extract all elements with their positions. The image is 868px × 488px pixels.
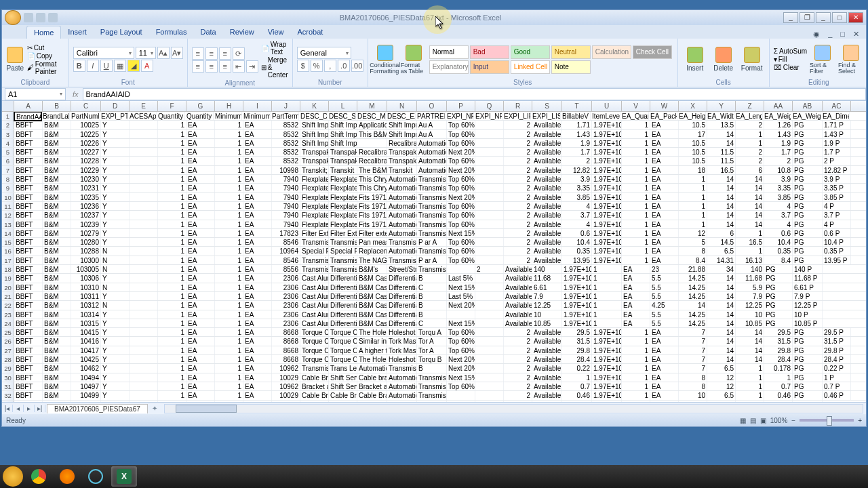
data-cell[interactable]: 14 xyxy=(736,211,764,219)
data-cell[interactable]: 1 xyxy=(215,157,243,165)
data-cell[interactable]: 29.8 xyxy=(764,346,793,354)
data-cell[interactable]: Special Re xyxy=(300,247,329,255)
data-cell[interactable]: 14 xyxy=(707,184,736,192)
data-cell[interactable]: Top 60% o xyxy=(447,328,475,336)
style-swatch-explanatory[interactable]: Explanatory xyxy=(429,60,469,74)
data-cell[interactable]: B&M xyxy=(43,301,71,309)
data-cell[interactable]: 1.97E+10 xyxy=(592,391,622,399)
data-cell[interactable]: 0.35 P xyxy=(823,247,851,255)
data-cell[interactable]: EA xyxy=(186,373,215,382)
data-cell[interactable]: 1 xyxy=(215,319,243,327)
data-cell[interactable]: BBFT xyxy=(14,265,43,273)
data-cell[interactable] xyxy=(475,319,504,327)
data-cell[interactable]: 13.95 xyxy=(562,256,592,264)
data-cell[interactable]: Y xyxy=(101,328,130,336)
data-cell[interactable]: EA xyxy=(243,148,272,156)
col-header-I[interactable]: I xyxy=(243,101,272,111)
align-bot-button[interactable]: ≡ xyxy=(219,47,231,60)
row-header[interactable]: 29 xyxy=(2,364,14,372)
data-cell[interactable]: N xyxy=(101,265,130,273)
data-cell[interactable]: BBFT xyxy=(14,337,43,345)
data-cell[interactable]: 14 xyxy=(707,130,736,138)
data-cell[interactable]: C xyxy=(417,319,447,327)
data-cell[interactable]: 1 xyxy=(622,157,650,165)
col-header-M[interactable]: M xyxy=(357,101,387,111)
row-header[interactable]: 18 xyxy=(2,265,14,273)
data-cell[interactable]: Available xyxy=(532,247,562,255)
header-cell[interactable]: BrandAAI xyxy=(14,112,42,121)
data-cell[interactable]: PG xyxy=(793,373,823,382)
data-cell[interactable]: 17823 xyxy=(272,229,300,237)
data-cell[interactable]: 10 P xyxy=(793,310,823,319)
data-cell[interactable] xyxy=(475,292,504,300)
data-cell[interactable] xyxy=(475,364,504,372)
data-cell[interactable] xyxy=(475,274,504,282)
data-cell[interactable]: 8546 xyxy=(272,238,300,246)
data-cell[interactable]: 16.5 xyxy=(736,238,764,246)
data-cell[interactable]: B&M xyxy=(43,211,71,219)
data-cell[interactable]: 1 xyxy=(215,391,243,399)
data-cell[interactable]: 140 P xyxy=(793,265,823,273)
data-cell[interactable]: EA xyxy=(243,229,272,237)
data-cell[interactable]: 3.85 xyxy=(764,193,793,201)
data-cell[interactable]: 1 xyxy=(679,211,707,219)
data-cell[interactable]: B&M xyxy=(43,364,71,372)
data-cell[interactable]: BBFT xyxy=(14,211,43,219)
help-icon[interactable]: ◉ xyxy=(810,30,823,39)
data-cell[interactable]: Transmiss xyxy=(300,238,329,246)
data-cell[interactable]: EA xyxy=(243,355,272,363)
style-swatch-neutral[interactable]: Neutral xyxy=(551,45,591,59)
data-cell[interactable]: Holeshot 2400 xyxy=(387,328,417,336)
data-cell[interactable] xyxy=(130,337,158,345)
data-cell[interactable]: PG xyxy=(793,139,823,147)
col-header-W[interactable]: W xyxy=(650,101,679,111)
data-cell[interactable]: A higher t xyxy=(357,346,387,354)
data-cell[interactable]: Replacem xyxy=(357,247,387,255)
data-cell[interactable]: Y xyxy=(101,130,130,138)
zoom-level[interactable]: 100% xyxy=(770,417,788,424)
align-mid-button[interactable]: ≡ xyxy=(205,47,218,60)
row-header[interactable]: 14 xyxy=(2,229,14,237)
data-cell[interactable]: 1 xyxy=(158,193,186,201)
doc-min-icon[interactable]: _ xyxy=(825,30,835,39)
data-cell[interactable]: 10229 xyxy=(71,166,101,174)
data-cell[interactable]: Differential Cover; F xyxy=(387,310,417,319)
data-cell[interactable]: PG xyxy=(793,202,823,210)
data-cell[interactable]: Automatic xyxy=(387,175,417,183)
data-cell[interactable]: Available xyxy=(532,220,562,228)
data-cell[interactable]: EA xyxy=(243,328,272,336)
select-all-corner[interactable] xyxy=(2,101,14,111)
data-cell[interactable]: Available xyxy=(532,256,562,264)
data-cell[interactable]: 8532 xyxy=(272,130,300,138)
data-cell[interactable] xyxy=(130,220,158,228)
data-cell[interactable]: Available xyxy=(532,121,562,129)
data-cell[interactable]: 1 xyxy=(215,310,243,319)
close-button[interactable]: ✕ xyxy=(848,12,863,23)
data-cell[interactable]: 1.97E+10 xyxy=(592,382,622,390)
data-cell[interactable]: 2 xyxy=(504,193,532,201)
data-cell[interactable] xyxy=(475,130,504,138)
data-cell[interactable]: 7940 xyxy=(272,184,300,192)
data-cell[interactable] xyxy=(130,184,158,192)
data-cell[interactable]: 10462 xyxy=(71,364,101,372)
data-cell[interactable]: EA xyxy=(650,382,679,390)
data-cell[interactable]: Shift Improver Kit xyxy=(387,121,417,129)
ribbon-tab-view[interactable]: View xyxy=(261,26,291,39)
data-cell[interactable]: 3.9 xyxy=(764,175,793,183)
data-cell[interactable]: EA xyxy=(243,382,272,390)
header-cell[interactable]: Minimum xyxy=(242,112,271,120)
data-cell[interactable]: Torqu B xyxy=(417,355,447,363)
data-cell[interactable]: Available xyxy=(532,364,562,372)
data-cell[interactable]: 14 xyxy=(707,220,736,228)
data-cell[interactable]: 14.25 xyxy=(679,274,707,282)
data-cell[interactable]: Available xyxy=(532,157,562,165)
row-header[interactable]: 28 xyxy=(2,355,14,363)
data-cell[interactable]: EA xyxy=(650,220,679,228)
row-header[interactable]: 11 xyxy=(2,202,14,210)
data-cell[interactable]: PG xyxy=(793,229,823,237)
data-cell[interactable]: 1 xyxy=(215,301,243,309)
header-cell[interactable]: Quantity xyxy=(185,112,214,120)
data-cell[interactable]: EA xyxy=(650,121,679,129)
data-cell[interactable]: 11.5 xyxy=(707,157,736,165)
data-cell[interactable]: Transkit xyxy=(329,166,357,174)
